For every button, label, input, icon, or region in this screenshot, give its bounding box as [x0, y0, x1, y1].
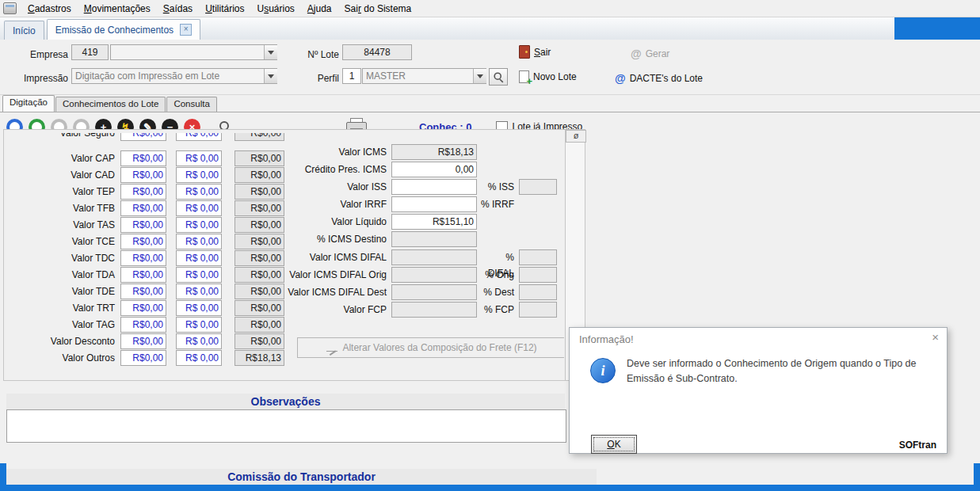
freight-value-2-field[interactable]: R$ 0,00 — [176, 333, 222, 349]
alter-composicao-button: Alterar Valores da Composição do Frete (… — [297, 337, 564, 358]
freight-row-label: Valor Desconto — [4, 333, 115, 349]
freight-value-1-field[interactable]: R$0,00 — [120, 317, 166, 333]
empresa-label: Empresa — [6, 47, 68, 63]
tax-row: Valor LíquidoR$151,10 — [4, 214, 564, 230]
menu-item-cadastros[interactable]: Cadastros — [21, 0, 78, 17]
dialog-title: Informação! — [579, 333, 634, 345]
tax-row-label: Valor ISS — [273, 179, 387, 195]
tax-value-field — [391, 249, 477, 265]
freight-value-1-field[interactable]: R$0,00 — [120, 133, 166, 141]
tax-row: Valor FCP% FCP — [4, 302, 564, 318]
freight-row-label: Valor TAG — [4, 317, 115, 333]
impressao-combo[interactable]: Digitação com Impressão em Lote — [71, 68, 277, 84]
freight-value-2-field[interactable]: R$ 0,00 — [176, 133, 222, 141]
sair-button-label: Sair — [534, 47, 551, 58]
tax-value-field[interactable]: R$151,10 — [391, 214, 477, 230]
tax-row: Valor ISS% ISS — [4, 179, 564, 195]
freight-value-2-field[interactable]: R$ 0,00 — [176, 350, 222, 366]
ok-button[interactable]: OK — [591, 435, 637, 454]
freight-value-2-field[interactable]: R$ 0,00 — [176, 317, 222, 333]
tax-row-label: % ICMS Destino — [273, 231, 387, 247]
sair-button[interactable]: Sair — [519, 45, 551, 59]
search-icon — [492, 70, 505, 83]
tax-value-field: R$18,13 — [391, 144, 477, 160]
empresa-combo-arrow-icon[interactable] — [264, 45, 277, 59]
freight-row: Valor OutrosR$0,00R$ 0,00R$18,13 — [4, 350, 289, 366]
menu-item-saidas[interactable]: Saídas — [157, 0, 199, 17]
freight-row-label: Valor Outros — [4, 350, 115, 366]
subtab-consulta[interactable]: Consulta — [166, 97, 216, 112]
gerar-label: Gerar — [646, 48, 670, 59]
menu-item-movimentacoes[interactable]: Movimentações — [78, 0, 157, 17]
observacoes-memo[interactable] — [6, 409, 566, 443]
menu-item-ajuda[interactable]: Ajuda — [301, 0, 338, 17]
tax-row: Valor ICMS DIFAL Orig% Orig — [4, 267, 564, 283]
tax-row-label: Valor ICMS DIFAL Orig — [273, 267, 387, 283]
sub-tab-strip: DigitaçãoConhecimentos do LoteConsulta — [0, 95, 980, 112]
perfil-label: Perfil — [299, 70, 339, 86]
side-strip-cell: ø — [566, 130, 586, 143]
tax-row-label: Valor ICMS DIFAL Dest — [273, 284, 387, 300]
tax-pct-label: % Orig — [477, 267, 514, 283]
tab-close-icon[interactable]: × — [180, 24, 192, 36]
tax-row: Valor ICMSR$18,13 — [4, 144, 564, 160]
close-icon[interactable]: × — [932, 331, 939, 343]
subtab-conhecimentos-do-lote[interactable]: Conhecimentos do Lote — [55, 97, 166, 112]
empresa-combo[interactable] — [110, 44, 277, 60]
tax-row-label: Crédito Pres. ICMS — [273, 162, 387, 177]
freight-row: Valor DescontoR$0,00R$ 0,00R$0,00 — [4, 333, 289, 349]
tax-pct-field — [519, 284, 557, 300]
tax-row: Valor IRRF% IRRF — [4, 196, 564, 212]
mdi-tab-strip: InícioEmissão de Conhecimentos× — [0, 17, 894, 40]
novo-lote-button[interactable]: Novo Lote — [519, 70, 577, 83]
lote-number-field[interactable]: 84478 — [342, 44, 412, 60]
lote-label: Nº Lote — [299, 47, 339, 63]
impressao-combo-arrow-icon[interactable] — [264, 69, 277, 83]
empresa-code-field[interactable]: 419 — [71, 44, 109, 60]
tax-pct-label: % FCP — [477, 302, 514, 318]
freight-row-clipped: Valor SeguroR$0,00R$ 0,00R$0,00 — [4, 133, 289, 141]
brand-label: SOFtran — [899, 440, 936, 451]
perfil-combo-arrow-icon[interactable] — [473, 69, 486, 83]
new-page-icon — [519, 70, 529, 83]
tax-value-field — [391, 231, 477, 247]
tab-label: Início — [13, 22, 36, 40]
perfil-number-field[interactable]: 1 — [342, 68, 361, 84]
tax-row: Crédito Pres. ICMS0,00 — [4, 162, 564, 177]
tax-value-field[interactable]: 0,00 — [391, 162, 477, 177]
menu-item-usuarios[interactable]: Usuários — [250, 0, 300, 17]
tab-emissao-de-conhecimentos[interactable]: Emissão de Conhecimentos× — [47, 19, 200, 40]
menu-item-sair-do-sistema[interactable]: Sair do Sistema — [338, 0, 418, 17]
tax-value-field[interactable] — [391, 196, 477, 212]
tax-value-field[interactable] — [391, 179, 477, 195]
perfil-search-button[interactable] — [489, 68, 508, 86]
freight-value-1-field[interactable]: R$0,00 — [120, 350, 166, 366]
tax-pct-label: % ISS — [477, 179, 514, 195]
tab-inicio[interactable]: Início — [4, 21, 44, 40]
gerar-button: @ Gerar — [631, 48, 669, 60]
tax-row-label: Valor ICMS DIFAL — [273, 249, 387, 265]
info-dialog: Informação! × i Deve ser informado o Con… — [569, 327, 948, 454]
tax-row-label: Valor FCP — [273, 302, 387, 318]
freight-value-1-field[interactable]: R$0,00 — [120, 333, 166, 349]
alter-composicao-label: Alterar Valores da Composição do Frete (… — [342, 342, 536, 353]
tax-pct-field — [519, 179, 557, 195]
at-sign-icon: @ — [631, 48, 642, 60]
perfil-combo[interactable]: MASTER — [362, 68, 486, 84]
novo-lote-label: Novo Lote — [533, 71, 577, 82]
at-sign-icon: @ — [615, 72, 626, 85]
dacte-button[interactable]: @ DACTE's do Lote — [615, 72, 703, 85]
subtab-digitacao[interactable]: Digitação — [2, 95, 55, 112]
header-panel: Empresa 419 Impressão Digitação com Impr… — [0, 40, 980, 95]
freight-value-3-field: R$18,13 — [235, 350, 284, 366]
tax-value-field — [391, 267, 477, 283]
comissao-title: Comissão do Transportador — [227, 470, 376, 483]
exit-door-icon — [519, 45, 530, 59]
tax-row-label: Valor ICMS — [273, 144, 387, 160]
observacoes-title: Observações — [251, 395, 321, 408]
info-icon: i — [590, 358, 616, 383]
observacoes-header: Observações — [6, 394, 565, 409]
tax-row-label: Valor IRRF — [273, 196, 387, 212]
menu-item-utilitarios[interactable]: Utilitários — [199, 0, 250, 17]
tax-value-field — [391, 302, 477, 318]
